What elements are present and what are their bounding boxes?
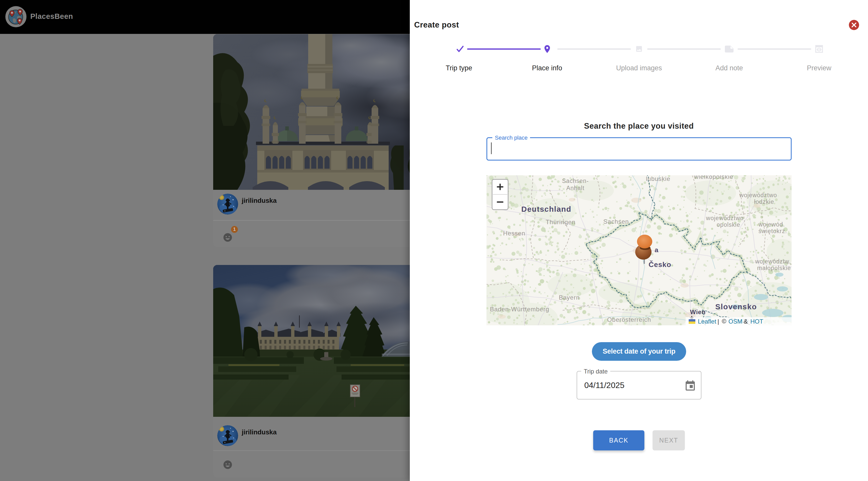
svg-text:Sachsen-: Sachsen- (562, 178, 589, 184)
svg-text:Deutschland: Deutschland (521, 205, 571, 213)
svg-text:©: © (722, 318, 726, 325)
svg-text:Slovensko: Slovensko (715, 302, 757, 311)
svg-text:Thüringen: Thüringen (546, 218, 576, 226)
svg-text:wojewód.: wojewód. (758, 221, 785, 228)
svg-text:Leaflet: Leaflet (698, 318, 716, 325)
svg-text:małopolskie: małopolskie (757, 265, 791, 271)
svg-text:&: & (744, 318, 748, 325)
svg-text:Oberösterreich: Oberösterreich (607, 316, 651, 323)
svg-text:Bayern: Bayern (559, 294, 580, 301)
svg-text:Sachsen: Sachsen (603, 218, 629, 225)
svg-text:opolskie: opolskie (717, 221, 740, 228)
svg-text:Baden-Württemberg: Baden-Württemberg (490, 306, 549, 312)
svg-text:Anhalt: Anhalt (566, 185, 584, 191)
svg-text:|: | (717, 318, 719, 325)
svg-text:łodzkie: łodzkie (754, 199, 774, 205)
svg-text:Hessen: Hessen (503, 230, 525, 237)
svg-text:a: a (655, 246, 658, 254)
svg-text:Wien: Wien (690, 308, 706, 315)
svg-text:województwo: województwo (739, 192, 777, 199)
svg-text:województwo: województwo (706, 215, 744, 221)
svg-text:lubuskie: lubuskie (646, 175, 670, 182)
svg-text:OSM: OSM (728, 318, 742, 325)
svg-text:świętokrz.: świętokrz. (758, 228, 787, 234)
svg-text:wielkopolskie: wielkopolskie (694, 175, 733, 180)
svg-text:HOT: HOT (750, 318, 763, 325)
svg-text:województw.: województw. (755, 258, 791, 265)
svg-text:Česko: Česko (648, 260, 671, 269)
